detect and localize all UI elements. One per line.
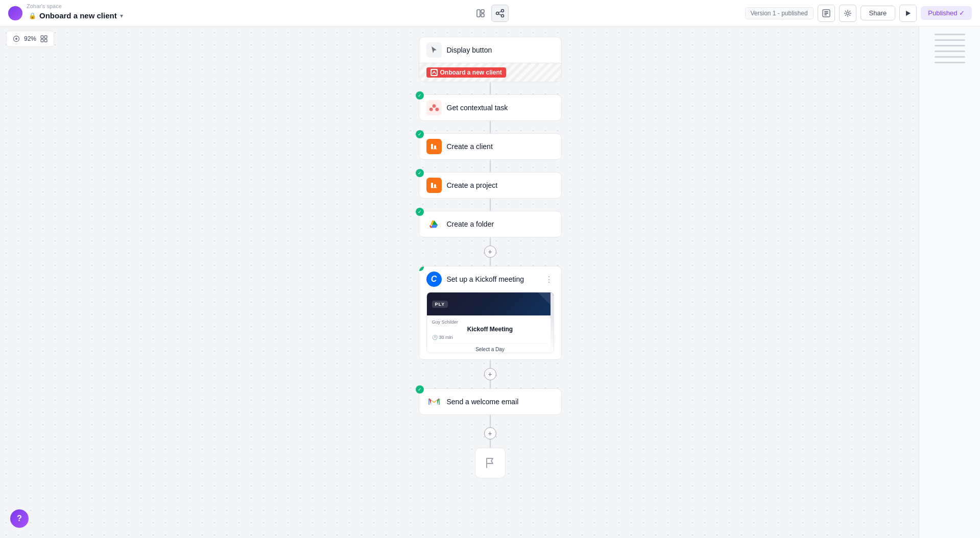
svg-rect-1 [481, 10, 484, 13]
connector-8 [490, 439, 491, 448]
display-button-badge: Onboard a new client [426, 67, 506, 78]
workflow-title-chevron[interactable]: ▾ [120, 12, 123, 19]
svg-rect-30 [434, 184, 436, 188]
svg-rect-27 [431, 149, 437, 150]
node-check-1: ✓ [416, 91, 424, 100]
add-btn-1[interactable]: + [484, 246, 496, 258]
kickoff-duration: 🕐 30 min [432, 335, 548, 340]
display-button-node[interactable]: Display button Onboard a new client [419, 37, 562, 82]
published-button[interactable]: Published ✓ [921, 6, 972, 20]
layout-icon-btn[interactable] [472, 5, 489, 22]
display-button-label: Display button [447, 46, 554, 54]
kickoff-duration-text: 30 min [439, 335, 453, 340]
display-node-header: Display button [419, 37, 561, 63]
history-btn[interactable] [818, 5, 835, 22]
kickoff-meeting-title: Kickoff Meeting [432, 326, 548, 333]
create-folder-label: Create a folder [447, 220, 554, 228]
send-welcome-label: Send a welcome email [447, 398, 554, 406]
calendly-c: C [431, 275, 437, 284]
workflow-icon-btn[interactable] [491, 5, 509, 22]
svg-rect-16 [41, 36, 43, 38]
gdrive-node-icon [426, 216, 442, 232]
create-client-node[interactable]: ✓ Create a client [419, 133, 562, 160]
svg-rect-19 [44, 39, 47, 42]
create-project-node[interactable]: ✓ Create a project [419, 172, 562, 199]
svg-point-3 [496, 12, 498, 14]
zoom-expand-btn[interactable] [38, 33, 50, 44]
svg-point-4 [501, 9, 504, 12]
badge-text: Onboard a new client [440, 69, 502, 76]
create-project-label: Create a project [447, 181, 554, 189]
calendly-node-icon: C [426, 272, 442, 287]
svg-rect-17 [44, 36, 47, 38]
kickoff-select-day[interactable]: Select a Day [432, 343, 548, 352]
kickoff-menu-btn[interactable]: ⋮ [544, 274, 554, 285]
orange-node-icon-1 [426, 139, 442, 154]
svg-rect-10 [824, 13, 828, 14]
svg-line-7 [498, 14, 501, 15]
orange-node-icon-2 [426, 178, 442, 193]
panel-line-6 [935, 62, 965, 63]
panel-line-4 [935, 51, 965, 52]
topnav: Zohar's space 🔒 Onboard a new client ▾ [0, 0, 980, 27]
zoom-level: 92% [24, 35, 36, 42]
version-badge: Version 1 - published [745, 7, 814, 19]
connector-7 [490, 415, 491, 427]
kickoff-person-name: Guy Schilder [432, 320, 548, 325]
svg-rect-29 [431, 183, 433, 188]
svg-rect-25 [431, 144, 433, 149]
lock-icon: 🔒 [29, 12, 36, 19]
badge-logo [431, 69, 438, 76]
share-button[interactable]: Share [861, 6, 896, 20]
nav-center [472, 5, 509, 22]
connector-4 [490, 199, 491, 211]
logo[interactable] [8, 6, 22, 20]
help-button[interactable]: ? [10, 509, 29, 528]
add-btn-2[interactable]: + [484, 368, 496, 380]
ply-badge: PLY [432, 301, 448, 308]
settings-btn[interactable] [839, 5, 856, 22]
asana-node-icon [426, 100, 442, 115]
kickoff-preview-header: PLY [427, 292, 554, 315]
nav-right: Version 1 - published Share Published ✓ [745, 5, 972, 22]
svg-line-6 [498, 11, 501, 13]
send-welcome-node[interactable]: ✓ Send a welcome email [419, 388, 562, 415]
kickoff-preview: PLY Guy Schilder Kickoff Meeting 🕐 30 mi… [426, 292, 554, 353]
node-check-6: ✓ [416, 385, 424, 394]
panel-line-3 [935, 45, 965, 46]
svg-rect-11 [824, 14, 827, 15]
connector-1 [490, 82, 491, 94]
svg-marker-13 [906, 11, 911, 16]
node-check-2: ✓ [416, 130, 424, 138]
node-check-3: ✓ [416, 169, 424, 177]
node-check-4: ✓ [416, 208, 424, 216]
canvas: Display button Onboard a new client ✓ [0, 27, 980, 538]
zoom-fit-btn[interactable] [11, 33, 22, 44]
run-button[interactable] [899, 5, 917, 22]
create-client-label: Create a client [447, 142, 554, 151]
svg-rect-18 [41, 39, 43, 42]
svg-point-23 [435, 108, 439, 111]
add-btn-3[interactable]: + [484, 427, 496, 439]
get-contextual-label: Get contextual task [447, 104, 554, 112]
panel-line-2 [935, 39, 965, 41]
svg-point-5 [501, 14, 504, 17]
svg-rect-2 [481, 14, 484, 17]
svg-point-21 [432, 104, 436, 108]
svg-point-12 [846, 12, 849, 14]
svg-point-15 [15, 38, 17, 40]
right-panel [919, 27, 980, 538]
connector-5b [490, 258, 491, 266]
create-folder-node[interactable]: ✓ Create a folder [419, 211, 562, 237]
cursor-node-icon [426, 42, 442, 58]
get-contextual-node[interactable]: ✓ Get contextual task [419, 94, 562, 121]
scrollbar [551, 292, 554, 353]
end-node[interactable] [475, 448, 506, 478]
kickoff-label: Set up a Kickoff meeting [447, 275, 539, 283]
svg-rect-0 [477, 10, 480, 17]
flag-icon [484, 457, 496, 469]
panel-line-5 [935, 56, 965, 58]
kickoff-node[interactable]: ✓ C Set up a Kickoff meeting ⋮ PLY Guy S… [419, 266, 562, 360]
panel-line-1 [935, 34, 965, 35]
clock-icon: 🕐 [432, 335, 438, 340]
